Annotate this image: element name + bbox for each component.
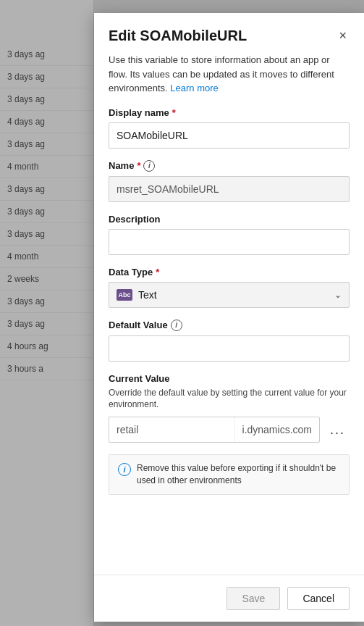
display-name-label: Display name *	[109, 107, 350, 118]
data-type-value: Text	[138, 289, 157, 301]
info-banner: i Remove this value before exporting if …	[109, 454, 350, 495]
chevron-down-icon: ⌄	[334, 290, 342, 300]
name-label: Name * i	[109, 160, 350, 172]
description-label: Description	[109, 214, 350, 225]
description-input[interactable]	[109, 229, 350, 255]
data-type-group: Data Type * Abc Text ⌄	[109, 267, 350, 308]
current-value-label: Current Value	[109, 373, 350, 384]
default-value-group: Default Value i	[109, 320, 350, 362]
data-type-select[interactable]: Abc Text ⌄	[109, 282, 350, 308]
display-name-input[interactable]	[109, 122, 350, 149]
description-group: Description	[109, 214, 350, 255]
display-name-group: Display name *	[109, 107, 350, 149]
current-value-right: i.dynamics.com	[234, 417, 319, 442]
info-banner-text: Remove this value before exporting if it…	[137, 462, 340, 487]
current-value-left: retail	[109, 417, 234, 442]
modal-header: Edit SOAMobileURL ×	[94, 13, 364, 53]
required-indicator: *	[137, 160, 140, 171]
data-type-label: Data Type *	[109, 267, 350, 277]
default-value-input[interactable]	[109, 335, 350, 362]
name-group: Name * i	[109, 160, 350, 202]
edit-modal: Edit SOAMobileURL × Use this variable to…	[94, 13, 364, 622]
name-info-icon[interactable]: i	[143, 160, 155, 172]
current-value-field[interactable]: retail i.dynamics.com	[109, 417, 320, 443]
modal-description: Use this variable to store information a…	[94, 53, 364, 107]
close-button[interactable]: ×	[336, 28, 350, 43]
modal-body: Display name * Name * i Description Data	[94, 107, 364, 575]
current-value-description: Override the default value by setting th…	[109, 387, 350, 412]
save-button[interactable]: Save	[227, 587, 280, 610]
learn-more-link[interactable]: Learn more	[170, 83, 218, 93]
name-input	[109, 176, 350, 202]
required-indicator: *	[172, 107, 176, 118]
current-value-input-wrapper: retail i.dynamics.com ...	[109, 417, 350, 443]
modal-title: Edit SOAMobileURL	[109, 28, 247, 44]
text-type-icon: Abc	[117, 289, 132, 301]
default-value-label: Default Value i	[109, 320, 350, 331]
current-value-section: Current Value Override the default value…	[109, 373, 350, 443]
modal-footer: Save Cancel	[94, 575, 364, 622]
ellipsis-button[interactable]: ...	[326, 420, 350, 441]
info-banner-icon: i	[118, 463, 131, 476]
required-indicator: *	[156, 267, 159, 277]
cancel-button[interactable]: Cancel	[287, 587, 350, 610]
default-value-info-icon[interactable]: i	[171, 320, 182, 331]
